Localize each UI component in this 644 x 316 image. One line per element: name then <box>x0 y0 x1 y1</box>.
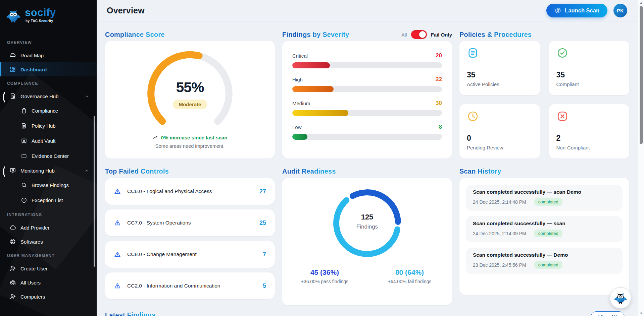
search-icon <box>21 182 27 188</box>
scan-entry-time: 23 Dec 2025, 2:45:56 PM <box>473 262 526 268</box>
main-scrollbar[interactable]: ▲ ▼ <box>638 0 644 316</box>
scan-history-entry[interactable]: Scan completed successfully — Demo 23 De… <box>466 248 623 274</box>
sidebar-item-compliance[interactable]: Compliance <box>0 103 97 118</box>
user-plus-icon <box>9 265 16 272</box>
severity-label: Critical <box>292 53 308 59</box>
latest-findings-title: Latest Findings <box>105 311 156 316</box>
fail-stat-value: 80 (64%) <box>367 268 452 276</box>
toggle-all-label[interactable]: All <box>401 32 407 38</box>
audit-stats: 45 (36%) +36.00% pass findings 80 (64%) … <box>282 268 452 284</box>
x-square-icon <box>556 110 568 122</box>
scroll-up-arrow[interactable]: ▲ <box>638 1 644 4</box>
section-user-management: USER MANAGEMENT <box>0 249 97 261</box>
view-all-button[interactable]: View All <box>591 311 625 316</box>
chevron-up-icon[interactable] <box>84 94 89 99</box>
sidebar-item-browse-findings[interactable]: Browse Findings <box>0 178 97 193</box>
sidebar-item-audit-vault[interactable]: Audit Vault <box>0 133 97 148</box>
toggle-fail-only-label[interactable]: Fail Only <box>431 32 452 38</box>
vault-icon <box>21 138 27 144</box>
sidebar-item-evidence-center[interactable]: Evidence Center <box>0 148 97 164</box>
compliant-card[interactable]: 35 Compliant <box>549 41 630 95</box>
policy-lines-icon <box>467 47 479 59</box>
findings-total: 125 <box>329 213 406 222</box>
app-logo[interactable]: socify by TAC Security <box>0 0 97 31</box>
chevron-up-icon[interactable] <box>84 168 89 173</box>
main-area: Overview Launch Scan PK Compliance Score… <box>97 0 644 316</box>
latest-findings-section: Latest Findings View All <box>105 311 625 316</box>
file-text-icon <box>21 123 27 129</box>
severity-value: 30 <box>436 100 442 107</box>
severity-bar-track <box>292 62 442 68</box>
scan-status-badge: completed <box>534 198 562 206</box>
page-header: Overview Launch Scan PK <box>97 0 644 21</box>
scan-history-entry[interactable]: Scan completed successfully — scan 24 De… <box>466 216 623 242</box>
sidebar-item-exception-list[interactable]: Exception List <box>0 193 97 208</box>
fail-only-toggle[interactable] <box>411 30 427 39</box>
sidebar-item-label: Audit Vault <box>32 138 55 144</box>
scan-history-entry[interactable]: Scan completed successfully — scan Demo … <box>466 185 623 211</box>
sidebar-item-label: Evidence Center <box>32 153 69 159</box>
clock-icon <box>467 110 479 122</box>
failed-control-count: 7 <box>263 251 266 258</box>
scan-entry-time: 24 Dec 2025, 2:14:48 PM <box>473 199 526 205</box>
pass-stat-value: 45 (36%) <box>282 268 367 276</box>
sidebar-item-governance-hub[interactable]: Governance Hub <box>0 89 97 103</box>
sidebar-item-computers[interactable]: Computers <box>0 290 97 304</box>
failed-control-row[interactable]: CC7.0 - System Operations 25 <box>105 209 275 236</box>
sidebar-item-add-provider[interactable]: Add Provider <box>0 220 97 235</box>
failed-control-row[interactable]: CC2.0 - Information and Communication 5 <box>105 272 275 299</box>
sidebar-item-label: Monitoring Hub <box>20 168 55 174</box>
severity-label: High <box>292 77 303 82</box>
sidebar-item-monitoring-hub[interactable]: Monitoring Hub <box>0 164 97 178</box>
score-trend-text: 0% increase since last scan <box>161 135 228 140</box>
sidebar-item-all-users[interactable]: All Users <box>0 275 97 290</box>
stat-label: Active Policies <box>467 81 533 89</box>
radar-icon <box>554 7 561 14</box>
cloud-icon <box>9 224 16 231</box>
assistant-owl-button[interactable] <box>610 287 631 309</box>
stat-label: Pending Review <box>467 145 533 152</box>
sidebar-item-road-map[interactable]: Road Map <box>0 48 97 62</box>
stat-value: 35 <box>556 70 622 79</box>
compliance-score-badge: Moderate <box>173 100 207 109</box>
sidebar-item-dashboard[interactable]: Dashboard <box>0 62 97 76</box>
severity-bar-fill <box>292 134 307 140</box>
sidebar-scrollbar-thumb[interactable] <box>94 116 95 267</box>
fail-findings-stat: 80 (64%) +64.00% fail findings <box>367 268 452 284</box>
user-avatar[interactable]: PK <box>613 4 627 17</box>
stat-label: Compliant <box>556 81 622 89</box>
globe-icon <box>9 238 16 245</box>
sidebar-item-label: Add Provider <box>20 225 50 231</box>
severity-bar-track <box>292 110 442 116</box>
launch-scan-button[interactable]: Launch Scan <box>546 4 607 17</box>
scrollbar-thumb[interactable] <box>640 6 643 144</box>
scroll-down-arrow[interactable]: ▼ <box>638 312 644 315</box>
sidebar-item-policy-hub[interactable]: Policy Hub <box>0 118 97 133</box>
failed-control-row[interactable]: CC6.0 - Logical and Physical Access 27 <box>105 178 275 205</box>
non-compliant-card[interactable]: 2 Non-Compliant <box>549 104 630 159</box>
severity-row-low: Low 8 <box>292 124 442 140</box>
sidebar-item-label: Computers <box>20 294 45 300</box>
sidebar-item-softwares[interactable]: Softwares <box>0 235 97 249</box>
compliance-score-title: Compliance Score <box>105 31 165 39</box>
sidebar-item-label: Create User <box>20 266 48 271</box>
monitor-search-icon <box>9 167 16 174</box>
pass-stat-note: +36.00% pass findings <box>282 279 367 284</box>
findings-total-label: Findings <box>329 224 406 230</box>
users-icon <box>9 279 16 286</box>
severity-filter-toggle-group: All Fail Only <box>401 30 452 39</box>
scan-status-badge: completed <box>534 230 562 237</box>
pending-review-card[interactable]: 0 Pending Review <box>459 104 540 159</box>
warning-triangle-icon <box>114 219 121 227</box>
failed-control-row[interactable]: CC8.0 - Change Management 7 <box>105 241 275 268</box>
stat-value: 35 <box>467 70 533 79</box>
severity-bar-track <box>292 86 442 92</box>
findings-by-severity-title: Findings by Severity <box>282 31 349 39</box>
severity-value: 22 <box>436 76 442 83</box>
sidebar-item-create-user[interactable]: Create User <box>0 261 97 275</box>
section-overview: OVERVIEW <box>0 36 97 48</box>
warning-triangle-icon <box>114 188 121 195</box>
sidebar-item-label: Softwares <box>20 239 43 245</box>
active-policies-card[interactable]: 35 Active Policies <box>459 41 540 95</box>
failed-control-label: CC6.0 - Logical and Physical Access <box>127 188 212 194</box>
